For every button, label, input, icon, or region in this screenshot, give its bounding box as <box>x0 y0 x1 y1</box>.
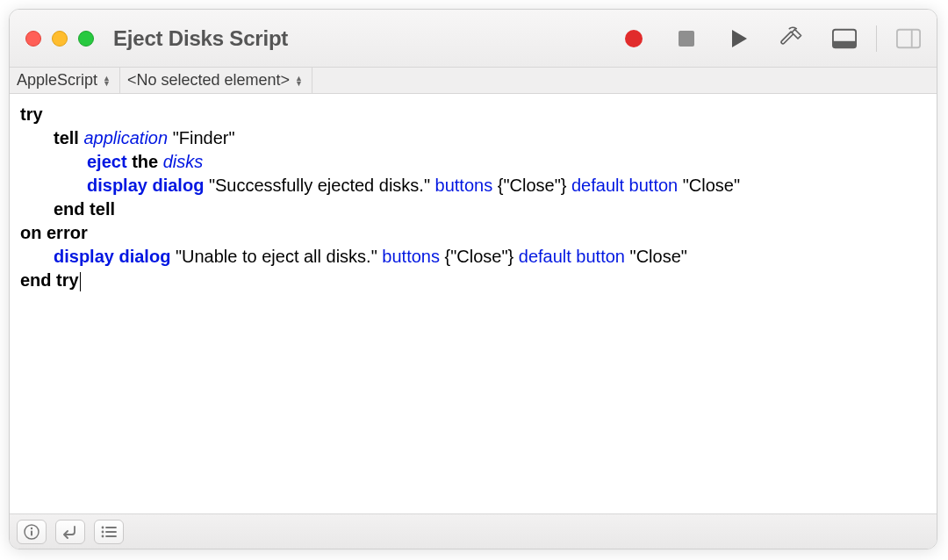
svg-rect-3 <box>897 29 920 47</box>
code-token: disks <box>163 152 204 171</box>
code-token: "Finder" <box>168 128 234 147</box>
stop-icon <box>678 30 695 47</box>
code-token: "Close" <box>625 247 687 266</box>
language-label: AppleScript <box>17 71 97 90</box>
record-icon <box>625 30 643 47</box>
code-token: try <box>20 104 43 124</box>
code-token: buttons <box>435 176 493 195</box>
code-token: {"Close"} <box>440 247 519 266</box>
svg-rect-7 <box>31 530 32 535</box>
code-token: buttons <box>382 247 440 266</box>
show-sidebar-button[interactable] <box>896 26 921 51</box>
zoom-window-button[interactable] <box>78 31 94 47</box>
info-icon <box>24 524 40 540</box>
compile-button[interactable] <box>779 26 804 51</box>
code-token: default button <box>571 176 678 195</box>
stop-button[interactable] <box>674 26 699 51</box>
code-token: display dialog <box>54 247 170 266</box>
window-controls <box>25 31 94 47</box>
text-cursor <box>80 272 81 291</box>
code-token: tell <box>54 128 79 147</box>
hammer-icon <box>779 25 804 52</box>
toolbar <box>621 25 921 52</box>
right-panel-icon <box>896 28 921 49</box>
status-bar <box>10 513 937 549</box>
code-token: eject <box>87 152 127 171</box>
code-token: {"Close"} <box>492 176 571 195</box>
code-token: the <box>127 152 163 171</box>
code-token: application <box>83 128 168 147</box>
script-editor-window: Eject Disks Script <box>9 9 937 549</box>
svg-rect-2 <box>833 40 856 47</box>
show-panels-button[interactable] <box>832 26 857 51</box>
code-token: "Successfully ejected disks." <box>204 176 434 195</box>
svg-point-6 <box>31 527 32 528</box>
close-window-button[interactable] <box>25 31 41 47</box>
code-token: end tell <box>54 199 115 219</box>
language-selector[interactable]: AppleScript ▲▼ <box>10 68 120 93</box>
bottom-panel-icon <box>832 28 857 49</box>
run-button[interactable] <box>727 26 751 51</box>
play-icon <box>729 28 749 49</box>
result-view-button[interactable] <box>55 520 85 544</box>
return-icon <box>61 525 79 539</box>
code-editor[interactable]: try tell application "Finder" eject the … <box>10 94 937 513</box>
svg-rect-0 <box>679 31 694 47</box>
log-view-button[interactable] <box>94 520 124 544</box>
chevron-updown-icon: ▲▼ <box>103 75 111 86</box>
window-title: Eject Disks Script <box>113 26 288 51</box>
svg-point-12 <box>102 535 104 537</box>
element-label: <No selected element> <box>127 71 290 90</box>
code-token: "Unable to eject all disks." <box>170 247 382 266</box>
code-token: on error <box>20 223 88 242</box>
code-token: default button <box>519 247 625 266</box>
code-token: display dialog <box>87 176 204 195</box>
minimize-window-button[interactable] <box>52 31 68 47</box>
record-button[interactable] <box>621 26 646 51</box>
navigation-bar: AppleScript ▲▼ <No selected element> ▲▼ <box>10 68 937 94</box>
code-token: end try <box>20 270 79 290</box>
titlebar: Eject Disks Script <box>10 10 937 68</box>
svg-point-10 <box>102 530 104 533</box>
svg-point-8 <box>102 526 104 528</box>
code-token: "Close" <box>678 176 740 195</box>
toolbar-divider <box>876 25 877 52</box>
chevron-updown-icon: ▲▼ <box>295 75 303 86</box>
list-icon <box>100 525 118 539</box>
element-selector[interactable]: <No selected element> ▲▼ <box>120 68 312 93</box>
description-view-button[interactable] <box>17 520 47 544</box>
